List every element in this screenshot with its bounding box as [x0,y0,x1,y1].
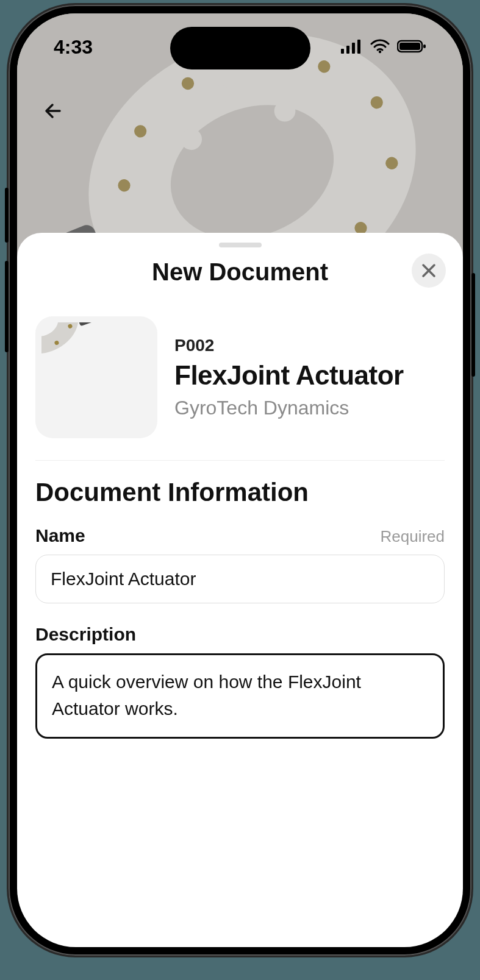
description-input[interactable] [35,653,445,739]
wifi-icon [370,36,390,59]
close-icon [420,262,437,279]
product-sku: P002 [174,336,404,355]
name-input[interactable] [35,555,445,603]
battery-icon [397,36,426,59]
screen: 4:33 [17,13,463,947]
product-vendor: GyroTech Dynamics [174,397,404,419]
svg-rect-39 [79,322,95,326]
svg-rect-3 [357,40,360,54]
new-document-sheet: New Document [17,233,463,947]
sheet-grabber[interactable] [219,243,262,247]
svg-rect-2 [352,43,355,54]
name-label: Name [35,525,85,546]
svg-rect-6 [399,43,420,50]
svg-point-4 [379,50,381,52]
name-required-hint: Required [380,527,445,546]
back-button[interactable] [41,99,66,126]
status-time: 4:33 [54,36,93,59]
arrow-left-icon [41,99,66,123]
svg-rect-0 [341,49,344,54]
close-button[interactable] [412,254,446,288]
product-summary: P002 FlexJoint Actuator GyroTech Dynamic… [35,310,445,460]
phone-frame: 4:33 [9,5,471,956]
svg-rect-7 [423,44,426,48]
product-thumbnail [35,316,157,438]
section-title: Document Information [35,478,445,507]
sheet-title: New Document [17,258,463,286]
description-label: Description [35,624,136,645]
dynamic-island [170,27,310,69]
cellular-icon [341,36,363,59]
divider [35,460,445,461]
svg-rect-1 [346,46,349,54]
product-name: FlexJoint Actuator [174,360,404,391]
